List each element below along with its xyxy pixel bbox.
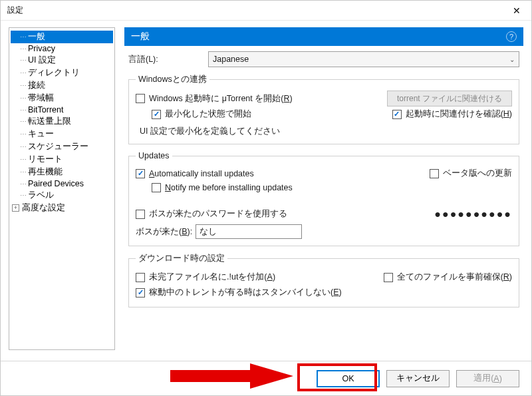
windows-legend: Windowsとの連携 [136, 74, 209, 85]
sidebar-tree[interactable]: ⋯一般⋯Privacy⋯UI 設定⋯ディレクトリ⋯接続⋯帯域幅⋯BitTorre… [9, 27, 115, 350]
help-icon[interactable]: ? [506, 31, 517, 42]
sidebar-item-label: 接続 [28, 80, 45, 91]
tree-connector-icon: ⋯ [20, 192, 26, 199]
language-value: Japanese [213, 55, 249, 64]
sidebar-item[interactable]: ⋯UI 設定 [11, 54, 113, 67]
panel-title: 一般 [131, 31, 150, 43]
dialog-footer: OK キャンセル 適用(A) [1, 361, 531, 395]
titlebar: 設定 ✕ [1, 1, 531, 21]
sidebar-item-label: 転送量上限 [28, 116, 71, 127]
start-with-windows-checkbox[interactable] [136, 94, 145, 103]
windows-group: Windowsとの連携 Windows 起動時に μTorrent を開始(R)… [128, 74, 519, 144]
sidebar-item[interactable]: ⋯Privacy [11, 43, 113, 54]
download-group: ダウンロード時の設定 未完了ファイル名に.!utを付加(A) 全てのファイルを事… [128, 253, 519, 307]
tree-connector-icon: ⋯ [20, 57, 26, 64]
tree-connector-icon: ⋯ [20, 106, 26, 114]
close-button[interactable]: ✕ [501, 1, 531, 21]
expand-icon[interactable]: + [12, 204, 19, 212]
associate-torrent-button[interactable]: torrent ファイルに関連付ける [387, 91, 512, 106]
sidebar-item[interactable]: ⋯Paired Devices [11, 178, 113, 189]
tree-connector-icon: ⋯ [20, 130, 26, 138]
sidebar-item[interactable]: ⋯一般 [11, 31, 113, 43]
language-label: 言語(L): [128, 54, 208, 65]
auto-update-label: Automatically install updates [149, 169, 254, 178]
sidebar-item-label: Privacy [28, 44, 55, 53]
sidebar-item[interactable]: ⋯ディレクトリ [11, 67, 113, 79]
tree-connector-icon: ⋯ [20, 168, 26, 176]
tree-connector-icon: ⋯ [20, 180, 26, 188]
body: ⋯一般⋯Privacy⋯UI 設定⋯ディレクトリ⋯接続⋯帯域幅⋯BitTorre… [1, 21, 531, 350]
tree-connector-icon: ⋯ [20, 33, 26, 41]
language-select[interactable]: Japanese ⌄ [208, 51, 519, 67]
boss-key-label: ボスが来た(B): [136, 226, 196, 238]
prealloc-row[interactable]: 全てのファイルを事前確保(R) [384, 272, 512, 283]
sidebar-item-label: 高度な設定 [22, 202, 65, 214]
sidebar-item[interactable]: ⋯再生機能 [11, 166, 113, 178]
sidebar-item[interactable]: ⋯リモート [11, 153, 113, 166]
apply-button[interactable]: 適用(A) [456, 370, 519, 387]
beta-update-row[interactable]: ベータ版への更新 [430, 168, 512, 179]
check-assoc-label: 起動時に関連付けを確認(H) [406, 108, 512, 120]
tree-connector-icon: ⋯ [20, 143, 26, 150]
sidebar-item-label: ディレクトリ [28, 67, 80, 79]
panel-body: 言語(L): Japanese ⌄ Windowsとの連携 Windows 起動… [124, 46, 523, 350]
tree-connector-icon: ⋯ [20, 156, 26, 163]
window-title: 設定 [7, 5, 23, 16]
sidebar-item[interactable]: ⋯転送量上限 [11, 115, 113, 128]
notify-update-label: Notify me before installing updates [165, 183, 293, 192]
sidebar-item[interactable]: ⋯スケジューラー [11, 140, 113, 153]
updates-legend: Updates [136, 151, 172, 160]
sidebar-item-label: UI 設定 [28, 55, 56, 66]
cancel-button[interactable]: キャンセル [386, 370, 450, 387]
ok-button[interactable]: OK [317, 370, 380, 387]
prealloc-checkbox[interactable] [384, 273, 393, 282]
beta-update-checkbox[interactable] [430, 169, 439, 178]
sidebar-item-label: リモート [28, 154, 63, 165]
beta-update-label: ベータ版への更新 [443, 168, 512, 179]
auto-update-row[interactable]: Automatically install updates [136, 169, 254, 178]
sidebar-item-label: 再生機能 [28, 166, 63, 178]
tree-connector-icon: ⋯ [20, 82, 26, 89]
check-assoc-checkbox[interactable] [392, 110, 402, 119]
boss-key-input[interactable]: なし [196, 224, 302, 239]
tree-connector-icon: ⋯ [20, 118, 26, 125]
boss-pw-mask: ●●●●●●●●●● [434, 208, 512, 220]
start-minimized-row[interactable]: 最小化した状態で開始 [152, 108, 251, 120]
sidebar-item[interactable]: ⋯BitTorrent [11, 104, 113, 115]
sidebar-item[interactable]: +高度な設定 [11, 202, 113, 214]
sidebar-item-label: 一般 [28, 31, 45, 43]
auto-update-checkbox[interactable] [136, 169, 145, 178]
sidebar-item-label: 帯域幅 [28, 93, 54, 104]
chevron-down-icon: ⌄ [509, 56, 515, 63]
updates-group: Updates Automatically install updates ベー… [128, 151, 519, 246]
incomplete-ext-row[interactable]: 未完了ファイル名に.!utを付加(A) [136, 272, 275, 283]
sidebar-item[interactable]: ⋯ラベル [11, 189, 113, 202]
start-with-windows-row[interactable]: Windows 起動時に μTorrent を開始(R) [136, 93, 293, 104]
incomplete-ext-checkbox[interactable] [136, 273, 145, 282]
sidebar-item[interactable]: ⋯接続 [11, 79, 113, 92]
standby-row[interactable]: 稼動中のトレントが有る時はスタンバイしない(E) [136, 287, 512, 298]
download-legend: ダウンロード時の設定 [136, 253, 227, 264]
sidebar-item-label: スケジューラー [28, 141, 88, 152]
close-icon: ✕ [513, 5, 521, 16]
ui-note: UI 設定で最小化を定義してください [140, 126, 512, 137]
check-assoc-row[interactable]: 起動時に関連付けを確認(H) [392, 108, 512, 120]
panel-banner: 一般 ? [124, 27, 523, 46]
incomplete-ext-label: 未完了ファイル名に.!utを付加(A) [149, 272, 275, 283]
notify-update-checkbox[interactable] [152, 183, 161, 192]
boss-pw-row[interactable]: ボスが来たのパスワードを使用する [136, 208, 287, 220]
notify-update-row[interactable]: Notify me before installing updates [152, 183, 512, 192]
tree-connector-icon: ⋯ [20, 95, 26, 102]
content-panel: 一般 ? 言語(L): Japanese ⌄ Windowsとの連携 [124, 27, 523, 350]
language-row: 言語(L): Japanese ⌄ [128, 51, 519, 67]
prealloc-label: 全てのファイルを事前確保(R) [397, 272, 512, 283]
tree-connector-icon: ⋯ [20, 69, 26, 77]
start-minimized-checkbox[interactable] [152, 110, 161, 119]
sidebar-item-label: BitTorrent [28, 105, 64, 114]
boss-pw-checkbox[interactable] [136, 210, 145, 219]
sidebar-item[interactable]: ⋯帯域幅 [11, 92, 113, 104]
sidebar-item[interactable]: ⋯キュー [11, 128, 113, 140]
sidebar-item-label: Paired Devices [28, 179, 84, 188]
standby-checkbox[interactable] [136, 288, 145, 297]
start-minimized-label: 最小化した状態で開始 [165, 108, 251, 120]
